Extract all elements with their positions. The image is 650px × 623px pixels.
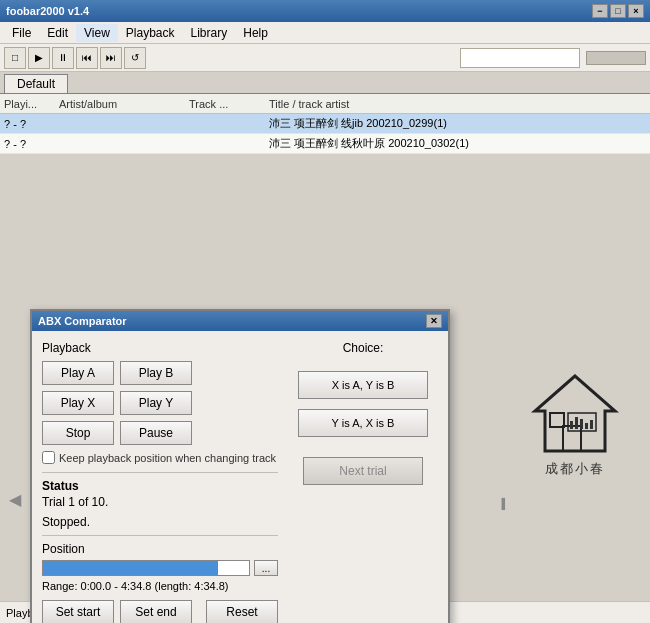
stop-button[interactable]: Stop bbox=[42, 421, 114, 445]
keeppos-checkbox[interactable] bbox=[42, 451, 55, 464]
dialog-title-bar: ABX Comparator ✕ bbox=[32, 311, 448, 331]
app-title: foobar2000 v1.4 bbox=[6, 5, 592, 17]
dialog-close-button[interactable]: ✕ bbox=[426, 314, 442, 328]
position-label: Position bbox=[42, 542, 278, 556]
menu-library[interactable]: Library bbox=[183, 24, 236, 42]
abx-dialog: ABX Comparator ✕ Playback Play A Play B … bbox=[30, 309, 450, 623]
row2-title: 沛三 项王醉剑 线秋叶原 200210_0302(1) bbox=[269, 136, 646, 151]
next-trial-button[interactable]: Next trial bbox=[303, 457, 423, 485]
stop-pause-row: Stop Pause bbox=[42, 421, 278, 445]
play-xy-row: Play X Play Y bbox=[42, 391, 278, 415]
minimize-button[interactable]: − bbox=[592, 4, 608, 18]
menu-help[interactable]: Help bbox=[235, 24, 276, 42]
pause-button[interactable]: Pause bbox=[120, 421, 192, 445]
dialog-right-panel: Choice: X is A, Y is B Y is A, X is B Ne… bbox=[288, 341, 438, 623]
toolbar: □ ▶ ⏸ ⏮ ⏭ ↺ bbox=[0, 44, 650, 72]
svg-rect-6 bbox=[580, 419, 583, 429]
maximize-button[interactable]: □ bbox=[610, 4, 626, 18]
watermark: 成都小春 bbox=[510, 364, 640, 484]
table-row[interactable]: ? - ? 沛三 项王醉剑 线jib 200210_0299(1) bbox=[0, 114, 650, 134]
playback-label: Playback bbox=[42, 341, 278, 355]
scroll-right-icon: ▐ bbox=[498, 498, 505, 509]
row1-title: 沛三 项王醉剑 线jib 200210_0299(1) bbox=[269, 116, 646, 131]
tb-play-button[interactable]: ▶ bbox=[28, 47, 50, 69]
position-bar[interactable] bbox=[42, 560, 250, 576]
play-b-button[interactable]: Play B bbox=[120, 361, 192, 385]
tb-prev-button[interactable]: ⏮ bbox=[76, 47, 98, 69]
bottom-btn-row: Set start Set end Reset bbox=[42, 600, 278, 623]
watermark-text: 成都小春 bbox=[545, 460, 605, 478]
reset-button[interactable]: Reset bbox=[206, 600, 278, 623]
row1-playing: ? - ? bbox=[4, 118, 59, 130]
trial-text: Trial 1 of 10. bbox=[42, 495, 278, 509]
play-x-button[interactable]: Play X bbox=[42, 391, 114, 415]
svg-rect-7 bbox=[585, 423, 588, 429]
menu-file[interactable]: File bbox=[4, 24, 39, 42]
status-section: Status Trial 1 of 10. Stopped. bbox=[42, 479, 278, 529]
tb-stop-button[interactable]: □ bbox=[4, 47, 26, 69]
watermark-logo-icon bbox=[530, 371, 620, 456]
dialog-left-panel: Playback Play A Play B Play X Play Y Sto… bbox=[42, 341, 278, 623]
close-button[interactable]: × bbox=[628, 4, 644, 18]
range-text: Range: 0:00.0 - 4:34.8 (length: 4:34.8) bbox=[42, 580, 278, 592]
svg-rect-5 bbox=[575, 417, 578, 429]
svg-rect-1 bbox=[563, 426, 581, 451]
y-is-a-button[interactable]: Y is A, X is B bbox=[298, 409, 428, 437]
tb-next-button[interactable]: ⏭ bbox=[100, 47, 122, 69]
position-bar-row: ... bbox=[42, 560, 278, 576]
toolbar-scrollbar[interactable] bbox=[586, 51, 646, 65]
stopped-text: Stopped. bbox=[42, 515, 278, 529]
tab-bar: Default bbox=[0, 72, 650, 94]
col-track-header: Track ... bbox=[189, 98, 269, 110]
play-a-button[interactable]: Play A bbox=[42, 361, 114, 385]
position-section: Position ... Range: 0:00.0 - 4:34.8 (len… bbox=[42, 542, 278, 592]
position-fill bbox=[43, 561, 218, 575]
x-is-a-button[interactable]: X is A, Y is B bbox=[298, 371, 428, 399]
tb-pause-button[interactable]: ⏸ bbox=[52, 47, 74, 69]
tb-random-button[interactable]: ↺ bbox=[124, 47, 146, 69]
keeppos-label: Keep playback position when changing tra… bbox=[59, 452, 276, 464]
svg-rect-8 bbox=[590, 420, 593, 429]
position-dots-button[interactable]: ... bbox=[254, 560, 278, 576]
dialog-title-text: ABX Comparator bbox=[38, 315, 127, 327]
scroll-left-icon: ◀ bbox=[9, 490, 21, 509]
col-playing-header: Playi... bbox=[4, 98, 59, 110]
table-row[interactable]: ? - ? 沛三 项王醉剑 线秋叶原 200210_0302(1) bbox=[0, 134, 650, 154]
menu-playback[interactable]: Playback bbox=[118, 24, 183, 42]
status-label: Status bbox=[42, 479, 278, 493]
svg-rect-2 bbox=[550, 413, 564, 427]
set-end-button[interactable]: Set end bbox=[120, 600, 192, 623]
col-artist-header: Artist/album bbox=[59, 98, 189, 110]
divider2 bbox=[42, 535, 278, 536]
menu-bar: File Edit View Playback Library Help bbox=[0, 22, 650, 44]
search-input[interactable] bbox=[460, 48, 580, 68]
menu-edit[interactable]: Edit bbox=[39, 24, 76, 42]
window-controls: − □ × bbox=[592, 4, 644, 18]
play-ab-row: Play A Play B bbox=[42, 361, 278, 385]
col-title-header: Title / track artist bbox=[269, 98, 646, 110]
choice-label: Choice: bbox=[343, 341, 384, 355]
row2-playing: ? - ? bbox=[4, 138, 59, 150]
play-y-button[interactable]: Play Y bbox=[120, 391, 192, 415]
title-bar: foobar2000 v1.4 − □ × bbox=[0, 0, 650, 22]
set-start-button[interactable]: Set start bbox=[42, 600, 114, 623]
svg-rect-4 bbox=[570, 421, 573, 429]
menu-view[interactable]: View bbox=[76, 24, 118, 42]
main-area: ABX Comparator ✕ Playback Play A Play B … bbox=[0, 154, 650, 534]
tab-default[interactable]: Default bbox=[4, 74, 68, 93]
keeppos-row: Keep playback position when changing tra… bbox=[42, 451, 278, 464]
divider1 bbox=[42, 472, 278, 473]
playlist-header: Playi... Artist/album Track ... Title / … bbox=[0, 94, 650, 114]
